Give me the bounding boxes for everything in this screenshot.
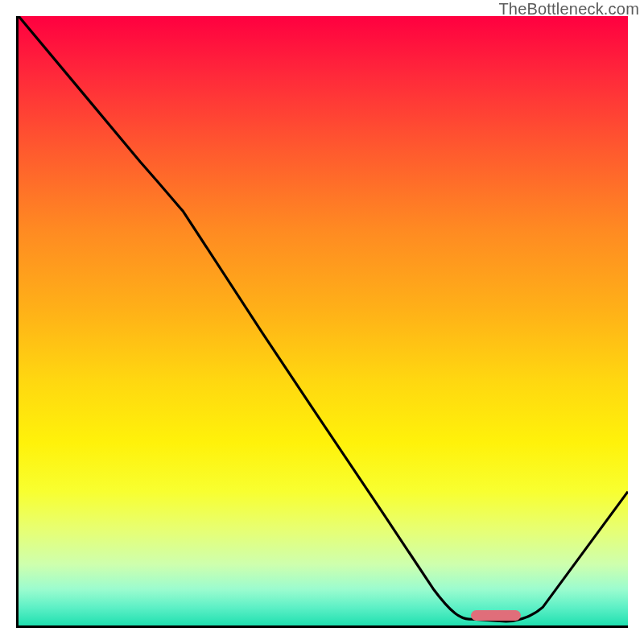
bottleneck-curve-path [19, 16, 628, 621]
chart-line-layer [19, 16, 628, 625]
chart-plot-area [16, 16, 628, 628]
chart-stage: TheBottleneck.com [0, 0, 644, 644]
optimal-range-marker [471, 610, 521, 621]
